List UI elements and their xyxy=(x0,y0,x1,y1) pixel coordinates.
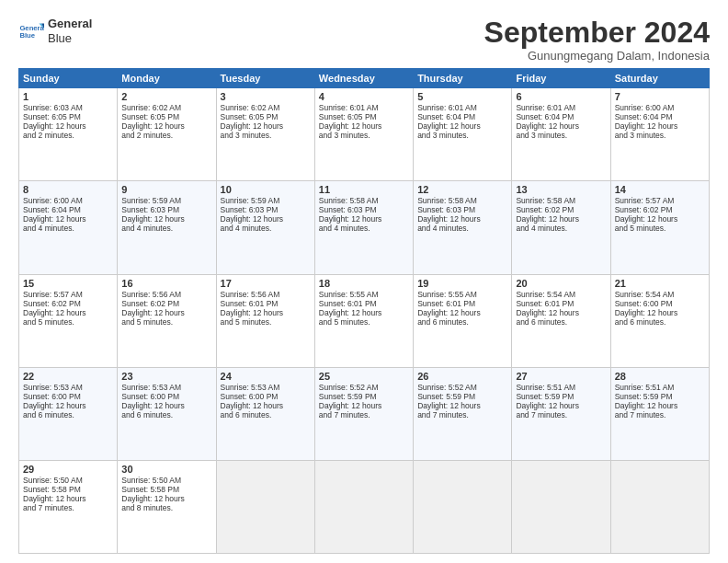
day-info: Daylight: 12 hours xyxy=(221,121,311,131)
calendar-cell: 25Sunrise: 5:52 AMSunset: 5:59 PMDayligh… xyxy=(314,367,413,460)
day-info: Sunset: 6:01 PM xyxy=(417,299,507,308)
calendar-cell: 2Sunrise: 6:02 AMSunset: 6:05 PMDaylight… xyxy=(118,88,216,181)
day-info: Sunset: 6:00 PM xyxy=(23,392,113,401)
page: General Blue General Blue September 2024… xyxy=(0,0,728,563)
weekday-header-sunday: Sunday xyxy=(19,69,118,88)
day-number: 24 xyxy=(221,371,311,382)
day-info: and 3 minutes. xyxy=(417,131,507,140)
calendar-cell: 9Sunrise: 5:59 AMSunset: 6:03 PMDaylight… xyxy=(118,181,216,274)
day-info: Sunrise: 5:52 AM xyxy=(319,383,409,392)
day-info: and 5 minutes. xyxy=(121,317,211,327)
weekday-header-wednesday: Wednesday xyxy=(314,69,413,88)
day-info: and 2 minutes. xyxy=(121,131,211,140)
day-info: and 3 minutes. xyxy=(615,131,705,140)
calendar-cell: 10Sunrise: 5:59 AMSunset: 6:03 PMDayligh… xyxy=(216,181,314,274)
day-number: 23 xyxy=(121,371,211,382)
logo-blue: Blue xyxy=(48,31,92,46)
day-info: Daylight: 12 hours xyxy=(516,401,606,410)
header: General Blue General Blue September 2024… xyxy=(18,17,710,63)
day-info: Daylight: 12 hours xyxy=(121,494,211,503)
calendar-cell: 30Sunrise: 5:50 AMSunset: 5:58 PMDayligh… xyxy=(118,460,216,553)
calendar-cell: 21Sunrise: 5:54 AMSunset: 6:00 PMDayligh… xyxy=(610,274,709,367)
day-info: Sunset: 6:04 PM xyxy=(23,205,113,214)
day-info: Daylight: 12 hours xyxy=(615,401,705,410)
day-info: and 7 minutes. xyxy=(417,410,507,419)
day-number: 10 xyxy=(221,184,311,195)
weekday-header-thursday: Thursday xyxy=(414,69,512,88)
calendar-cell: 8Sunrise: 6:00 AMSunset: 6:04 PMDaylight… xyxy=(19,181,118,274)
day-info: Daylight: 12 hours xyxy=(221,214,311,224)
day-info: and 6 minutes. xyxy=(615,317,705,327)
calendar-cell xyxy=(216,460,314,553)
day-info: Daylight: 12 hours xyxy=(23,214,113,224)
day-info: Sunset: 6:03 PM xyxy=(221,205,311,214)
day-info: Sunset: 5:58 PM xyxy=(121,485,211,494)
day-info: Sunset: 5:58 PM xyxy=(23,485,113,494)
day-info: Daylight: 12 hours xyxy=(121,121,211,131)
day-info: Sunrise: 5:53 AM xyxy=(221,383,311,392)
day-info: Daylight: 12 hours xyxy=(516,214,606,224)
day-info: Daylight: 12 hours xyxy=(23,121,113,131)
day-info: and 6 minutes. xyxy=(121,410,211,419)
calendar-cell: 26Sunrise: 5:52 AMSunset: 5:59 PMDayligh… xyxy=(414,367,512,460)
day-info: and 6 minutes. xyxy=(516,317,606,327)
day-info: Sunset: 5:59 PM xyxy=(417,392,507,401)
day-info: Sunrise: 6:01 AM xyxy=(319,103,409,112)
day-info: and 4 minutes. xyxy=(516,224,606,233)
day-info: Daylight: 12 hours xyxy=(319,401,409,410)
day-info: and 3 minutes. xyxy=(319,131,409,140)
day-info: Daylight: 12 hours xyxy=(319,308,409,317)
day-info: and 7 minutes. xyxy=(615,410,705,419)
day-info: Sunrise: 5:55 AM xyxy=(417,290,507,299)
calendar-table: SundayMondayTuesdayWednesdayThursdayFrid… xyxy=(18,68,710,554)
day-info: Sunrise: 5:53 AM xyxy=(23,383,113,392)
day-info: Sunrise: 5:56 AM xyxy=(221,290,311,299)
calendar-cell xyxy=(314,460,413,553)
day-info: and 5 minutes. xyxy=(615,224,705,233)
day-info: Sunset: 6:04 PM xyxy=(417,112,507,121)
day-number: 27 xyxy=(516,371,606,382)
day-number: 11 xyxy=(319,184,409,195)
day-number: 18 xyxy=(319,278,409,289)
day-info: Sunrise: 6:01 AM xyxy=(516,103,606,112)
calendar-cell: 7Sunrise: 6:00 AMSunset: 6:04 PMDaylight… xyxy=(610,88,709,181)
day-info: Sunrise: 5:58 AM xyxy=(417,196,507,205)
day-info: and 5 minutes. xyxy=(23,317,113,327)
calendar-cell: 19Sunrise: 5:55 AMSunset: 6:01 PMDayligh… xyxy=(414,274,512,367)
day-info: Sunrise: 6:00 AM xyxy=(23,196,113,205)
day-info: Sunrise: 5:51 AM xyxy=(516,383,606,392)
day-number: 1 xyxy=(23,91,113,102)
day-info: Sunset: 6:04 PM xyxy=(516,112,606,121)
day-info: Sunset: 6:01 PM xyxy=(319,299,409,308)
day-number: 21 xyxy=(615,278,705,289)
day-info: Daylight: 12 hours xyxy=(23,401,113,410)
day-info: and 8 minutes. xyxy=(121,503,211,512)
day-info: and 3 minutes. xyxy=(221,131,311,140)
day-info: Daylight: 12 hours xyxy=(23,308,113,317)
day-info: Daylight: 12 hours xyxy=(319,214,409,224)
location-subtitle: Gunungmegang Dalam, Indonesia xyxy=(484,49,710,63)
day-info: and 3 minutes. xyxy=(516,131,606,140)
day-info: Daylight: 12 hours xyxy=(23,494,113,503)
day-info: Sunset: 6:00 PM xyxy=(615,299,705,308)
day-number: 4 xyxy=(319,91,409,102)
day-info: Sunset: 6:05 PM xyxy=(319,112,409,121)
day-info: and 4 minutes. xyxy=(221,224,311,233)
day-number: 8 xyxy=(23,184,113,195)
day-number: 20 xyxy=(516,278,606,289)
calendar-cell: 24Sunrise: 5:53 AMSunset: 6:00 PMDayligh… xyxy=(216,367,314,460)
logo-general: General xyxy=(48,17,92,31)
calendar-cell: 17Sunrise: 5:56 AMSunset: 6:01 PMDayligh… xyxy=(216,274,314,367)
day-info: Daylight: 12 hours xyxy=(319,121,409,131)
day-info: and 7 minutes. xyxy=(516,410,606,419)
day-info: Sunset: 6:01 PM xyxy=(221,299,311,308)
day-info: Sunrise: 5:54 AM xyxy=(615,290,705,299)
day-info: and 4 minutes. xyxy=(23,224,113,233)
day-info: and 4 minutes. xyxy=(121,224,211,233)
logo: General Blue General Blue xyxy=(18,17,92,45)
svg-text:Blue: Blue xyxy=(19,31,35,40)
day-info: Sunrise: 5:50 AM xyxy=(23,476,113,485)
calendar-cell: 20Sunrise: 5:54 AMSunset: 6:01 PMDayligh… xyxy=(512,274,610,367)
day-info: Daylight: 12 hours xyxy=(121,308,211,317)
day-info: Sunrise: 6:03 AM xyxy=(23,103,113,112)
